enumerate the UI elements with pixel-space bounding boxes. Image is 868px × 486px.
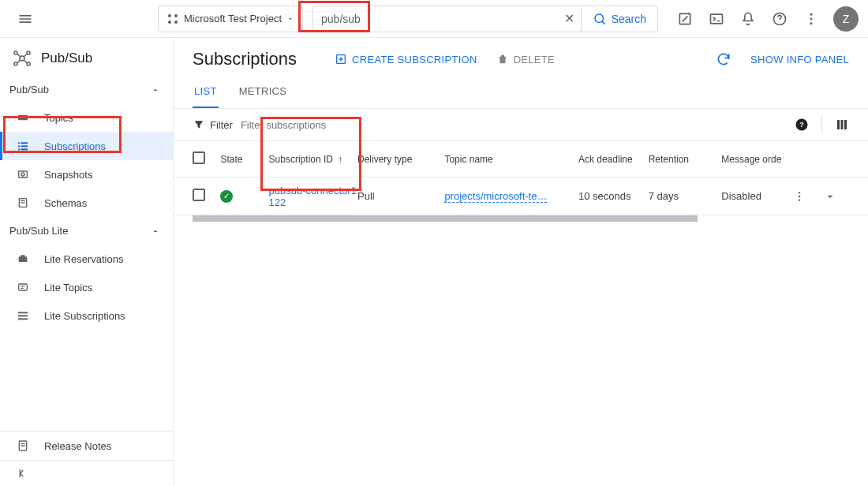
svg-rect-26 xyxy=(18,148,20,150)
columns-icon[interactable] xyxy=(835,118,849,132)
sidebar-item-schemas[interactable]: Schemas xyxy=(0,189,173,217)
sidebar-item-subscriptions[interactable]: Subscriptions xyxy=(0,132,173,160)
th-state[interactable]: State xyxy=(220,154,268,165)
table-row: ✓ pubsub-connector1122 Pull projects/mic… xyxy=(174,178,868,215)
sidebar-item-topics[interactable]: Topics xyxy=(0,103,173,132)
th-ack[interactable]: Ack deadline xyxy=(578,154,649,165)
list-icon xyxy=(16,139,30,153)
product-title: Pub/Sub xyxy=(41,50,92,66)
svg-rect-22 xyxy=(18,142,20,144)
chevron-up-icon xyxy=(151,85,160,95)
svg-point-14 xyxy=(27,51,30,54)
search-input[interactable] xyxy=(313,6,559,32)
sidebar-item-label: Lite Reservations xyxy=(44,253,123,265)
filter-label: Filter xyxy=(193,118,233,131)
reservations-icon xyxy=(16,252,30,266)
sidebar-section-pubsub[interactable]: Pub/Sub xyxy=(0,76,173,103)
sidebar-item-lite-subscriptions[interactable]: Lite Subscriptions xyxy=(0,301,173,330)
topic-link[interactable]: projects/microsoft-te… xyxy=(444,190,547,203)
menu-icon[interactable] xyxy=(9,3,41,35)
collapse-sidebar-icon[interactable] xyxy=(0,460,173,486)
sidebar-item-release-notes[interactable]: Release Notes xyxy=(0,432,173,460)
cell-retention: 7 days xyxy=(649,190,722,202)
project-name: Microsoft Test Project xyxy=(184,13,282,24)
svg-point-2 xyxy=(168,21,171,24)
th-subscription-id[interactable]: Subscription ID↑ xyxy=(269,154,357,165)
svg-rect-49 xyxy=(841,120,844,129)
more-vert-icon[interactable] xyxy=(797,5,825,33)
sidebar-section-pubsublite[interactable]: Pub/Sub Lite xyxy=(0,217,173,245)
th-topic[interactable]: Topic name xyxy=(444,154,578,165)
sidebar-item-lite-reservations[interactable]: Lite Reservations xyxy=(0,245,173,273)
filter-input[interactable] xyxy=(241,119,787,131)
avatar[interactable]: Z xyxy=(833,6,859,32)
svg-line-20 xyxy=(24,60,27,63)
cell-ack: 10 seconds xyxy=(578,190,649,202)
filter-icon xyxy=(193,118,205,131)
subscription-link[interactable]: pubsub-connector1122 xyxy=(269,185,357,208)
row-checkbox[interactable] xyxy=(193,189,205,201)
edit-icon[interactable] xyxy=(671,5,699,33)
svg-point-29 xyxy=(21,173,24,176)
page-title: Subscriptions xyxy=(193,49,297,69)
project-picker[interactable]: Microsoft Test Project xyxy=(158,6,303,32)
sidebar-item-snapshots[interactable]: Snapshots xyxy=(0,160,173,189)
show-info-panel-button[interactable]: SHOW INFO PANEL xyxy=(750,54,849,65)
sidebar-item-label: Lite Subscriptions xyxy=(44,310,125,322)
svg-rect-21 xyxy=(18,115,28,121)
notifications-icon[interactable] xyxy=(734,5,762,33)
filter-bar: Filter ? xyxy=(174,109,868,141)
snapshot-icon xyxy=(16,167,30,181)
sidebar: Pub/Sub Pub/Sub Topics Subscriptions Sna… xyxy=(0,38,174,486)
svg-rect-48 xyxy=(837,120,840,129)
schema-icon xyxy=(16,196,30,210)
svg-rect-36 xyxy=(18,312,28,313)
horizontal-scrollbar[interactable] xyxy=(193,215,698,222)
expand-row-icon[interactable] xyxy=(824,190,849,203)
svg-point-11 xyxy=(810,22,813,24)
svg-point-13 xyxy=(14,51,17,54)
sidebar-item-label: Snapshots xyxy=(44,169,92,181)
svg-line-5 xyxy=(602,21,604,24)
sidebar-item-label: Lite Topics xyxy=(44,282,92,293)
svg-point-10 xyxy=(810,17,813,20)
page-header: Subscriptions CREATE SUBSCRIPTION DELETE… xyxy=(174,38,868,77)
svg-rect-28 xyxy=(19,171,28,178)
search-button[interactable]: Search xyxy=(581,6,657,32)
th-retention[interactable]: Retention xyxy=(649,154,722,165)
svg-rect-50 xyxy=(844,120,847,129)
tab-list[interactable]: LIST xyxy=(193,77,219,108)
svg-point-3 xyxy=(174,21,178,24)
caret-down-icon xyxy=(286,15,294,23)
select-all-checkbox[interactable] xyxy=(193,151,205,164)
trash-icon xyxy=(496,53,509,65)
th-order[interactable]: Message orde xyxy=(721,154,793,165)
cloud-shell-icon[interactable] xyxy=(702,5,731,33)
subscriptions-table: State Subscription ID↑ Delivery type Top… xyxy=(174,141,868,222)
sidebar-item-lite-topics[interactable]: Lite Topics xyxy=(0,273,173,301)
svg-rect-7 xyxy=(711,14,723,24)
svg-rect-25 xyxy=(21,145,28,147)
sidebar-item-label: Schemas xyxy=(44,197,87,209)
row-actions-icon[interactable] xyxy=(793,190,824,203)
clear-icon[interactable]: ✕ xyxy=(559,11,581,26)
sidebar-item-label: Subscriptions xyxy=(44,140,106,152)
top-bar: Microsoft Test Project ✕ Search Z xyxy=(0,0,868,38)
status-ok-icon: ✓ xyxy=(220,190,233,203)
help-filled-icon[interactable]: ? xyxy=(795,118,809,132)
create-subscription-button[interactable]: CREATE SUBSCRIPTION xyxy=(335,53,477,65)
divider xyxy=(821,115,822,134)
tab-metrics[interactable]: METRICS xyxy=(238,77,289,108)
svg-line-18 xyxy=(24,54,27,58)
th-delivery[interactable]: Delivery type xyxy=(357,154,444,165)
refresh-icon[interactable] xyxy=(716,51,731,67)
svg-rect-38 xyxy=(18,318,28,320)
svg-rect-35 xyxy=(19,284,28,290)
svg-point-4 xyxy=(595,14,604,23)
svg-rect-33 xyxy=(19,256,28,262)
project-icon xyxy=(166,13,179,25)
svg-point-52 xyxy=(799,195,800,196)
help-icon[interactable] xyxy=(765,5,794,33)
svg-rect-24 xyxy=(18,145,20,147)
search-icon xyxy=(593,12,607,26)
